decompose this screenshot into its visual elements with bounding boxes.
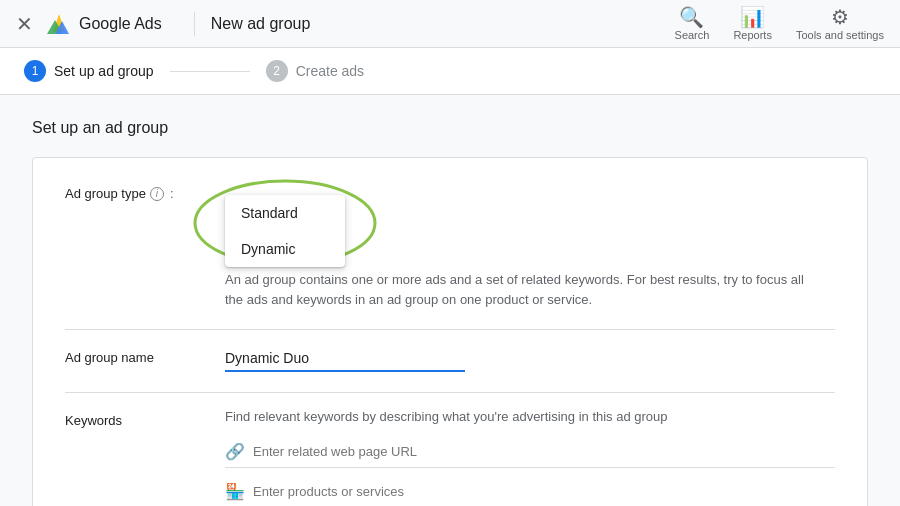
- close-button[interactable]: ✕: [16, 12, 33, 36]
- tools-action[interactable]: ⚙ Tools and settings: [796, 7, 884, 41]
- link-icon: 🔗: [225, 442, 245, 461]
- tools-icon: ⚙: [831, 7, 849, 27]
- step-2-number: 2: [266, 60, 288, 82]
- info-icon[interactable]: i: [150, 187, 164, 201]
- ad-group-name-field: [225, 346, 835, 372]
- ad-group-type-label: Ad group type i :: [65, 182, 225, 201]
- keywords-row: Keywords Find relevant keywords by descr…: [65, 409, 835, 506]
- reports-action[interactable]: 📊 Reports: [733, 7, 772, 41]
- topbar: ✕ Google Ads New ad group 🔍 Search 📊 Rep…: [0, 0, 900, 48]
- step-2-label: Create ads: [296, 63, 364, 79]
- step-1-number: 1: [24, 60, 46, 82]
- tools-label: Tools and settings: [796, 29, 884, 41]
- logo-text: Google Ads: [79, 15, 162, 33]
- topbar-title: New ad group: [211, 15, 311, 33]
- google-ads-logo: Google Ads: [45, 10, 162, 38]
- ad-group-type-description: An ad group contains one or more ads and…: [225, 270, 825, 309]
- form-area: Ad group type i : Standard Dynamic: [32, 157, 868, 506]
- dropdown-item-standard[interactable]: Standard: [225, 195, 345, 231]
- url-input-row: 🔗: [225, 436, 835, 468]
- step-1[interactable]: 1 Set up ad group: [24, 60, 154, 82]
- search-action[interactable]: 🔍 Search: [675, 7, 710, 41]
- ad-group-type-dropdown[interactable]: Standard Dynamic: [225, 195, 345, 267]
- store-icon: 🏪: [225, 482, 245, 501]
- ad-group-name-row: Ad group name: [65, 346, 835, 372]
- divider-1: [65, 329, 835, 330]
- divider-2: [65, 392, 835, 393]
- ad-group-name-label: Ad group name: [65, 346, 225, 365]
- products-input[interactable]: [253, 484, 835, 499]
- ad-group-name-input[interactable]: [225, 346, 465, 372]
- ad-group-type-field: Standard Dynamic An ad group contains on…: [225, 182, 835, 309]
- search-icon: 🔍: [679, 7, 704, 27]
- section-title: Set up an ad group: [32, 119, 868, 137]
- dropdown-item-dynamic[interactable]: Dynamic: [225, 231, 345, 267]
- url-input[interactable]: [253, 444, 835, 459]
- stepper: 1 Set up ad group 2 Create ads: [0, 48, 900, 95]
- reports-icon: 📊: [740, 7, 765, 27]
- keywords-field: Find relevant keywords by describing wha…: [225, 409, 835, 506]
- step-connector: [170, 71, 250, 72]
- keywords-label: Keywords: [65, 409, 225, 428]
- step-2[interactable]: 2 Create ads: [266, 60, 364, 82]
- search-label: Search: [675, 29, 710, 41]
- products-input-row: 🏪: [225, 476, 835, 506]
- ad-group-type-row: Ad group type i : Standard Dynamic: [65, 182, 835, 309]
- main-content: Set up an ad group Ad group type i :: [0, 95, 900, 506]
- topbar-divider: [194, 12, 195, 36]
- step-1-label: Set up ad group: [54, 63, 154, 79]
- topbar-actions: 🔍 Search 📊 Reports ⚙ Tools and settings: [675, 7, 884, 41]
- reports-label: Reports: [733, 29, 772, 41]
- keywords-description: Find relevant keywords by describing wha…: [225, 409, 835, 424]
